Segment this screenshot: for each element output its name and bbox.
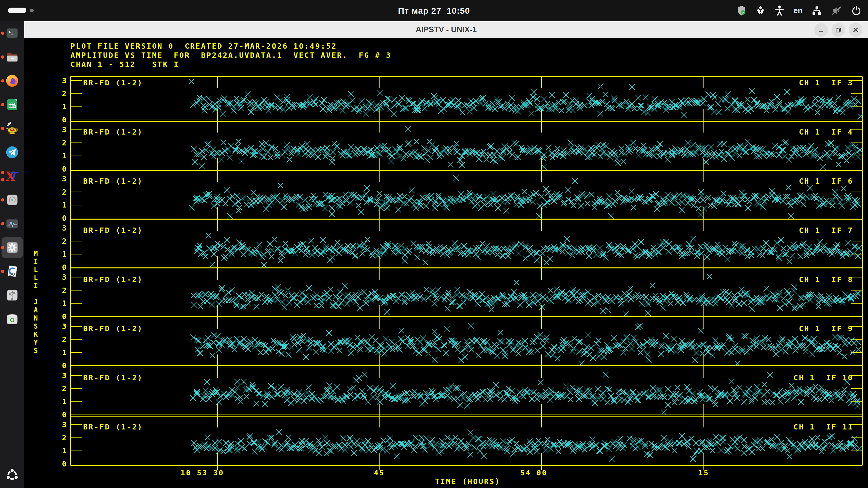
- terminal-icon: >_: [4, 25, 20, 41]
- x-tick-label: 15: [698, 469, 709, 477]
- window-titlebar[interactable]: AIPSTV - UNIX-1: [24, 21, 868, 38]
- running-indicator: [1, 198, 4, 202]
- restore-button[interactable]: [832, 23, 845, 37]
- workspace-indicator-other[interactable]: [30, 9, 34, 12]
- show-apps-button[interactable]: [0, 464, 24, 486]
- dock-item-file-manager[interactable]: [0, 45, 24, 69]
- close-button[interactable]: [849, 23, 862, 37]
- dock-item-disc-tool[interactable]: [0, 188, 24, 212]
- dock-item-trash[interactable]: ♻: [0, 307, 24, 331]
- running-indicator: [1, 222, 4, 226]
- dock-item-x-application[interactable]: XT: [0, 164, 24, 188]
- disc-tool-icon: [4, 192, 20, 208]
- firefox-icon: [4, 73, 20, 89]
- running-indicator: [1, 32, 4, 35]
- x-tick-label: 45: [374, 469, 385, 477]
- scatter-points-if-11: [24, 38, 868, 488]
- dock: >_XT♻: [0, 21, 24, 488]
- tresorit-icon[interactable]: [755, 6, 766, 16]
- audio-muted-icon[interactable]: [831, 6, 842, 16]
- system-monitor-icon: [4, 216, 20, 232]
- libreoffice-calc-icon: [4, 97, 20, 113]
- aladin-icon: [4, 120, 20, 137]
- workspace-indicator-active[interactable]: [8, 8, 26, 13]
- running-indicator: [1, 171, 4, 174]
- usb-tool-icon: [4, 287, 20, 303]
- minimize-button[interactable]: [814, 23, 828, 37]
- clock[interactable]: Пт мар 27 10:50: [398, 6, 470, 16]
- x-tick-label: 54 00: [520, 469, 547, 477]
- trash-icon: ♻: [4, 311, 20, 327]
- plot-canvas[interactable]: PLOT FILE VERSION 0 CREATED 27-MAR-2026 …: [24, 38, 868, 488]
- dock-item-document-viewer[interactable]: [0, 259, 24, 283]
- accessibility-icon[interactable]: [775, 5, 784, 16]
- svg-text:>_: >_: [8, 30, 13, 34]
- dock-item-system-monitor[interactable]: [0, 212, 24, 236]
- dock-item-libreoffice-calc[interactable]: [0, 93, 24, 117]
- top-bar: Пт мар 27 10:50 en: [0, 0, 868, 21]
- running-indicator: [1, 178, 4, 182]
- running-indicator: [1, 246, 4, 249]
- running-indicator: [1, 56, 4, 59]
- dock-item-aladin[interactable]: [0, 117, 24, 140]
- file-manager-icon: [4, 49, 20, 65]
- dock-item-usb-tool[interactable]: [0, 283, 24, 307]
- dock-item-terminal[interactable]: >_: [0, 21, 24, 45]
- dock-item-aips-tv[interactable]: [0, 236, 24, 259]
- x-tick-label: 10 53 30: [181, 469, 224, 477]
- svg-text:♻: ♻: [9, 317, 15, 324]
- x-application-icon: XT: [4, 168, 20, 184]
- running-indicator: [1, 270, 4, 273]
- shield-check-icon[interactable]: [737, 5, 746, 16]
- running-indicator: [1, 103, 4, 106]
- dock-item-firefox[interactable]: [0, 69, 24, 93]
- power-icon[interactable]: [851, 6, 861, 16]
- running-indicator: [1, 127, 4, 130]
- running-indicator: [1, 79, 4, 83]
- system-tray: en: [737, 0, 861, 21]
- window-title: AIPSTV - UNIX-1: [415, 25, 476, 34]
- aipstv-window: AIPSTV - UNIX-1 PLOT FILE VERSION 0 CREA…: [24, 21, 868, 488]
- telegram-icon: [4, 144, 20, 160]
- svg-text:T: T: [9, 170, 19, 182]
- aips-tv-icon: [4, 239, 20, 256]
- network-tree-icon[interactable]: [812, 6, 822, 16]
- keyboard-layout-indicator[interactable]: en: [794, 6, 803, 15]
- document-viewer-icon: [4, 263, 20, 280]
- dock-item-telegram[interactable]: [0, 140, 24, 164]
